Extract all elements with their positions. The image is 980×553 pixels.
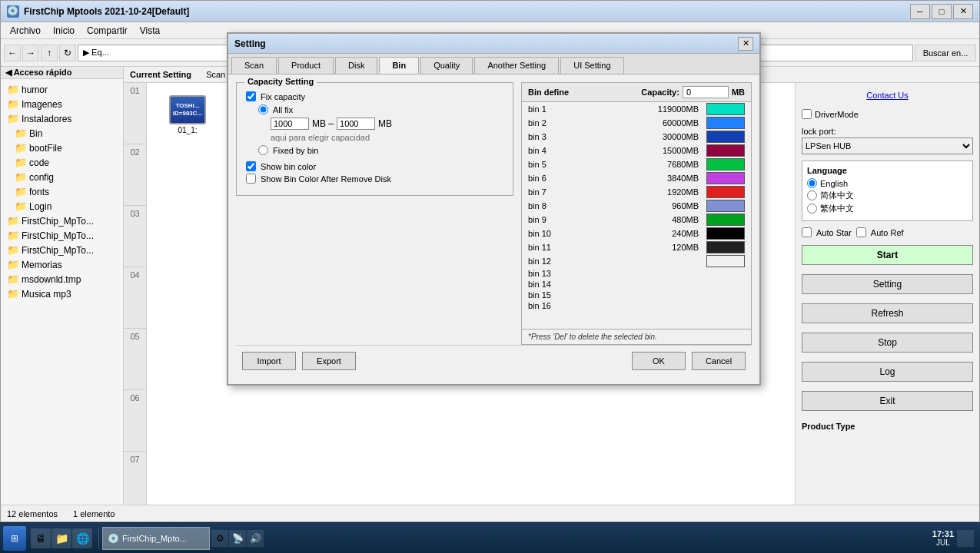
back-button[interactable]: ← (4, 45, 21, 61)
bin-color-6[interactable] (706, 172, 745, 184)
sidebar-item-code[interactable]: 📁 code (4, 155, 120, 170)
tab-scan[interactable]: Scan (231, 57, 277, 74)
export-button[interactable]: Export (302, 352, 356, 370)
sidebar-item-imagenes[interactable]: 📁 Imagenes (4, 97, 120, 111)
bin-row-4[interactable]: bin 4 15000MB (522, 144, 751, 157)
bin-color-9[interactable] (706, 214, 745, 226)
taskbar-icon-ie[interactable]: 🖥 (31, 528, 51, 548)
taskbar-icon-chrome[interactable]: 🌐 (72, 528, 92, 548)
bin-color-3[interactable] (706, 131, 745, 143)
sidebar-item-memorias[interactable]: 📁 Memorias (4, 257, 120, 272)
stop-button[interactable]: Stop (802, 333, 973, 353)
dialog-close-button[interactable]: ✕ (738, 37, 753, 51)
bin-row-5[interactable]: bin 5 7680MB (522, 157, 751, 171)
sidebar-item-firstchip1[interactable]: 📁 FirstChip_MpTo... (4, 214, 120, 228)
sidebar-item-musica[interactable]: 📁 Musica mp3 (4, 286, 120, 301)
sidebar-item-firstchip3[interactable]: 📁 FirstChip_MpTo... (4, 243, 120, 257)
tab-bin[interactable]: Bin (379, 57, 419, 74)
bin-color-7[interactable] (706, 186, 745, 198)
tab-another-setting[interactable]: Another Setting (474, 57, 559, 74)
sidebar-item-msdownld[interactable]: 📁 msdownld.tmp (4, 272, 120, 286)
bin-color-8[interactable] (706, 200, 745, 212)
bin-list[interactable]: bin 1 119000MB bin 2 60000MB (522, 102, 751, 329)
tray-icon-2[interactable]: 📡 (229, 530, 246, 547)
maximize-button[interactable]: □ (932, 4, 952, 19)
tab-disk[interactable]: Disk (335, 57, 377, 74)
fixed-by-bin-row[interactable]: Fixed by bin (258, 145, 503, 155)
up-button[interactable]: ↑ (41, 45, 58, 61)
taskbar-icon-folder[interactable]: 📁 (51, 528, 71, 548)
fix-capacity-checkbox[interactable] (246, 91, 256, 101)
bin-row-14[interactable]: bin 14 (522, 279, 751, 290)
sidebar-item-login[interactable]: 📁 Login (4, 199, 120, 214)
sidebar-item-firstchip2[interactable]: 📁 FirstChip_MpTo... (4, 228, 120, 243)
lang-traditional-radio[interactable] (807, 204, 817, 214)
lang-english-radio[interactable] (807, 178, 817, 188)
menu-inicio[interactable]: Inicio (47, 24, 81, 38)
tray-icon-1[interactable]: ⚙ (211, 530, 228, 547)
tab-ui-setting[interactable]: UI Setting (560, 57, 623, 74)
show-bin-color-after-checkbox[interactable] (246, 174, 256, 184)
setting-button[interactable]: Setting (802, 274, 973, 294)
bin-row-6[interactable]: bin 6 3840MB (522, 171, 751, 185)
sidebar-item-instaladores[interactable]: 📁 Instaladores (4, 111, 120, 126)
tab-quality[interactable]: Quality (420, 57, 473, 74)
fixed-by-bin-radio[interactable] (258, 145, 268, 155)
bin-color-11[interactable] (706, 241, 745, 253)
lang-simplified-option[interactable]: 简体中文 (807, 190, 968, 201)
taskbar-clock[interactable]: 17:31 JUL (932, 529, 954, 547)
refresh-button[interactable]: Refresh (802, 303, 973, 323)
bin-capacity-input[interactable] (683, 86, 729, 98)
bin-row-13[interactable]: bin 13 (522, 268, 751, 279)
sidebar-item-humor[interactable]: 📁 humor (4, 82, 120, 97)
bin-color-1[interactable] (706, 103, 745, 115)
log-button[interactable]: Log (802, 362, 973, 382)
menu-vista[interactable]: Vista (134, 24, 166, 38)
start-button-taskbar[interactable]: ⊞ (3, 526, 26, 551)
search-button[interactable]: Buscar en... (915, 45, 976, 61)
mb-input-2[interactable] (337, 118, 375, 130)
sidebar-header[interactable]: ◀ Acceso rápido (1, 67, 123, 79)
sidebar-item-bin[interactable]: 📁 Bin (4, 126, 120, 141)
sidebar-item-bootfile[interactable]: 📁 bootFile (4, 141, 120, 155)
show-desktop-button[interactable] (957, 530, 974, 547)
menu-compartir[interactable]: Compartir (81, 24, 134, 38)
drive-item-01[interactable]: TOSHI...ID=983C... 01_1: (153, 89, 222, 141)
mb-input-1[interactable] (271, 118, 309, 130)
all-fix-radio[interactable] (258, 104, 268, 114)
bin-row-10[interactable]: bin 10 240MB (522, 227, 751, 240)
bin-row-15[interactable]: bin 15 (522, 290, 751, 300)
tab-product[interactable]: Product (278, 57, 334, 74)
tray-icon-3[interactable]: 🔊 (247, 530, 264, 547)
bin-color-12[interactable] (706, 255, 745, 267)
driver-mode-checkbox[interactable] (802, 109, 812, 119)
bin-row-16[interactable]: bin 16 (522, 300, 751, 311)
bin-row-3[interactable]: bin 3 30000MB (522, 130, 751, 144)
bin-color-10[interactable] (706, 227, 745, 240)
all-fix-row[interactable]: All fix (258, 104, 503, 114)
bin-row-7[interactable]: bin 7 1920MB (522, 185, 751, 199)
bin-row-11[interactable]: bin 11 120MB (522, 240, 751, 254)
sidebar-item-config[interactable]: 📁 config (4, 170, 120, 184)
port-select[interactable]: LPSen HUB (802, 137, 973, 154)
auto-star-checkbox[interactable] (802, 227, 812, 237)
start-button[interactable]: Start (802, 245, 973, 265)
app-close-button[interactable]: ✕ (953, 4, 973, 19)
bin-row-9[interactable]: bin 9 480MB (522, 213, 751, 227)
exit-button[interactable]: Exit (802, 391, 973, 411)
bin-row-12[interactable]: bin 12 (522, 254, 751, 268)
cancel-button[interactable]: Cancel (692, 352, 746, 370)
lang-simplified-radio[interactable] (807, 190, 817, 200)
bin-row-8[interactable]: bin 8 960MB (522, 199, 751, 213)
menu-archivo[interactable]: Archivo (4, 24, 47, 38)
contact-us-link[interactable]: Contact Us (802, 89, 973, 101)
bin-color-2[interactable] (706, 117, 745, 129)
show-bin-color-checkbox[interactable] (246, 161, 256, 171)
sidebar-item-fonts[interactable]: 📁 fonts (4, 184, 120, 199)
import-button[interactable]: Import (242, 352, 296, 370)
refresh-addr-button[interactable]: ↻ (59, 45, 76, 61)
ok-button[interactable]: OK (632, 352, 686, 370)
auto-ref-checkbox[interactable] (856, 227, 866, 237)
bin-color-5[interactable] (706, 158, 745, 171)
forward-button[interactable]: → (22, 45, 39, 61)
